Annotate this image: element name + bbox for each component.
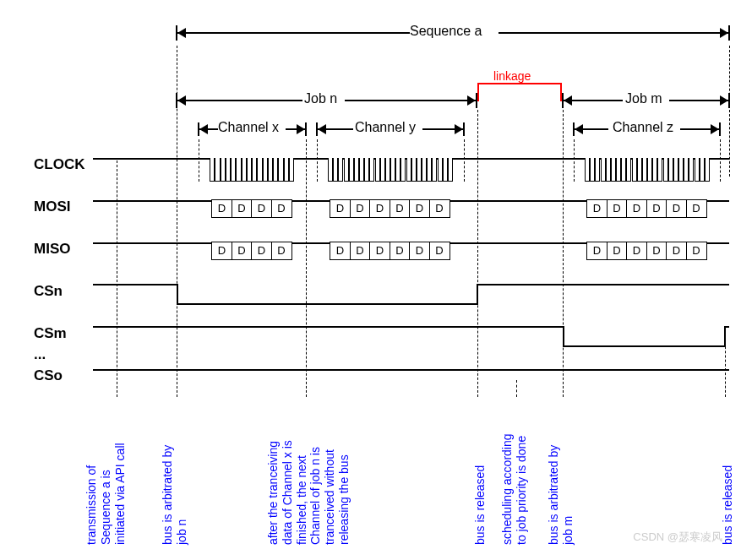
- data-cell: D: [390, 199, 411, 218]
- sequence-label: Sequence a: [410, 24, 482, 39]
- data-cell: D: [607, 242, 628, 260]
- data-cell: D: [251, 242, 272, 260]
- data-cell: D: [429, 242, 450, 260]
- guide-7: [725, 342, 726, 397]
- mosi-label: MOSI: [34, 198, 70, 215]
- arrow-icon: [199, 124, 208, 134]
- data-cell: D: [409, 199, 430, 218]
- arrow-icon: [177, 95, 186, 106]
- seq-line-right: [499, 32, 728, 34]
- arrow-icon: [177, 28, 186, 38]
- data-cell: D: [232, 242, 253, 260]
- seq-line-left: [177, 32, 410, 34]
- data-cell: D: [390, 242, 411, 260]
- chx-r: [305, 122, 307, 136]
- csn-waveform: [93, 279, 729, 308]
- data-cell: D: [626, 199, 647, 218]
- channel-z-label: Channel z: [613, 120, 673, 135]
- csm-label: CSm: [34, 325, 67, 342]
- annot-7: bus is released: [721, 401, 735, 545]
- data-cell: D: [666, 242, 687, 260]
- arrow-icon: [297, 124, 305, 134]
- data-cell: D: [626, 242, 647, 260]
- data-cell: D: [350, 199, 371, 218]
- job-n-label: Job n: [304, 91, 337, 106]
- guide-5: [516, 380, 517, 397]
- miso-z: DDDDDD: [586, 242, 707, 260]
- arrow-icon: [455, 124, 463, 134]
- annot-3: after the tranceiving data of Channel x …: [266, 401, 351, 545]
- data-cell: D: [686, 199, 707, 218]
- cso-label: CSo: [34, 367, 63, 384]
- arrow-icon: [467, 95, 476, 106]
- guide-3b: [317, 139, 318, 182]
- linkage-label: linkage: [493, 69, 531, 83]
- guide-3c: [464, 139, 465, 182]
- guide-6b: [574, 139, 575, 182]
- channel-x-label: Channel x: [218, 120, 279, 135]
- annot-2: bus is arbitrated by job n: [161, 401, 189, 545]
- seq-right-bar: [728, 25, 730, 41]
- timing-diagram: Sequence a linkage Job n Job m Channel x…: [8, 8, 733, 552]
- data-cell: D: [369, 199, 390, 218]
- data-cell: D: [211, 242, 232, 260]
- data-cell: D: [330, 199, 351, 218]
- clock-label: CLOCK: [34, 156, 84, 173]
- data-cell: D: [666, 199, 687, 218]
- chy-r: [463, 122, 465, 136]
- annot-6: bus is arbitrated by job m: [547, 401, 575, 545]
- guide-2: [177, 46, 177, 397]
- arrow-icon: [711, 124, 719, 134]
- job-n-right-bar: [476, 93, 477, 108]
- guide-8: [729, 46, 730, 177]
- data-cell: D: [211, 199, 232, 218]
- arrow-icon: [720, 95, 728, 106]
- guide-6c: [720, 139, 721, 182]
- mosi-y: DDDDDD: [330, 199, 450, 218]
- clock-burst-y: [328, 158, 453, 182]
- data-cell: D: [232, 199, 253, 218]
- data-cell: D: [251, 199, 272, 218]
- annot-4: bus is released: [473, 401, 488, 545]
- arrow-icon: [720, 28, 728, 38]
- data-cell: D: [586, 242, 608, 260]
- clock-burst-z: [585, 158, 710, 182]
- data-cell: D: [686, 242, 707, 260]
- annot-1: transmission of Sequence a is initiated …: [84, 401, 127, 545]
- data-cell: D: [350, 242, 371, 260]
- data-cell: D: [586, 199, 608, 218]
- job-m-label: Job m: [625, 91, 662, 106]
- data-cell: D: [271, 242, 292, 260]
- csm-waveform: [93, 321, 729, 351]
- job-m-line-l: [564, 100, 623, 101]
- miso-label: MISO: [34, 241, 70, 258]
- data-cell: D: [646, 242, 667, 260]
- channel-y-label: Channel y: [355, 120, 416, 135]
- data-cell: D: [607, 199, 628, 218]
- miso-y: DDDDDD: [330, 242, 450, 260]
- arrow-icon: [318, 124, 326, 134]
- guide-6: [563, 110, 564, 397]
- job-n-line-r: [345, 100, 476, 101]
- guide-3: [306, 139, 307, 397]
- arrow-icon: [575, 124, 583, 134]
- csn-label: CSn: [34, 283, 63, 300]
- data-cell: D: [369, 242, 390, 260]
- annot-5: scheduling according to job priority is …: [500, 401, 529, 545]
- mosi-z: DDDDDD: [586, 199, 707, 218]
- cso-baseline: [93, 369, 729, 371]
- data-cell: D: [646, 199, 667, 218]
- data-cell: D: [429, 199, 450, 218]
- arrow-icon: [564, 95, 572, 106]
- watermark: CSDN @瑟寒凌风: [633, 530, 722, 545]
- ellipsis-label: ...: [34, 346, 46, 363]
- job-n-line-l: [177, 100, 302, 101]
- mosi-x: DDDD: [211, 199, 292, 218]
- clock-burst-x: [210, 158, 294, 182]
- guide-2b: [199, 139, 199, 182]
- data-cell: D: [409, 242, 430, 260]
- data-cell: D: [330, 242, 351, 260]
- chz-r: [719, 122, 721, 136]
- guide-1: [117, 160, 117, 397]
- linkage-bracket: [477, 83, 562, 101]
